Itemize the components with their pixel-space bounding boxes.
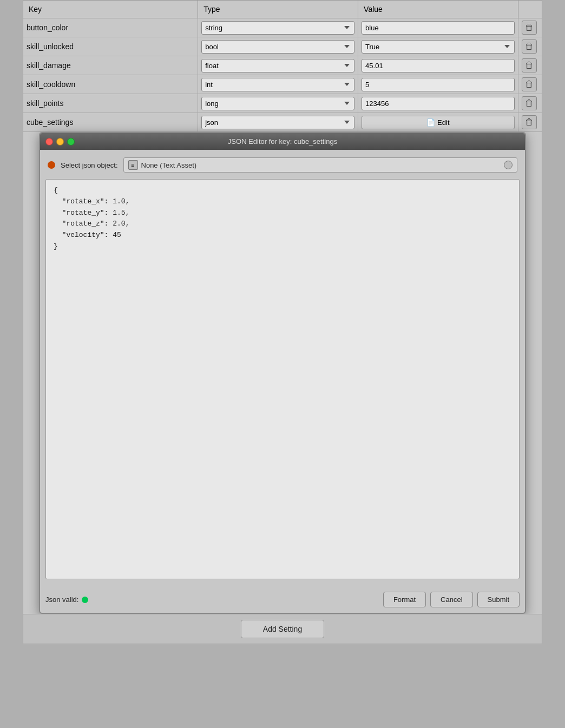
value-cell[interactable] [358, 56, 518, 75]
json-select-label: Select json object: [61, 161, 118, 169]
value-cell[interactable] [358, 18, 518, 37]
minimize-window-button[interactable] [56, 138, 64, 145]
window-controls [45, 138, 75, 145]
add-setting-button[interactable]: Add Setting [241, 620, 324, 638]
delete-cell[interactable]: 🗑 [518, 37, 542, 56]
delete-row-button[interactable]: 🗑 [522, 39, 537, 54]
modal-body: Select json object: ≡ None (Text Asset) [40, 150, 525, 586]
json-valid-label: Json valid: [45, 595, 88, 604]
add-setting-bar: Add Setting [23, 614, 542, 644]
json-edit-button[interactable]: 📄 Edit [362, 116, 515, 129]
modal-titlebar: JSON Editor for key: cube_settings [40, 133, 525, 150]
json-object-selector[interactable]: ≡ None (Text Asset) [123, 157, 517, 173]
key-cell: skill_points [23, 94, 198, 113]
col-header-value: Value [358, 1, 518, 18]
delete-row-button[interactable]: 🗑 [522, 115, 537, 129]
json-content-textarea[interactable] [45, 179, 520, 579]
type-cell[interactable]: stringboolfloatintlongjson [198, 75, 358, 94]
cancel-button[interactable]: Cancel [430, 592, 472, 607]
format-button[interactable]: Format [383, 592, 426, 607]
maximize-window-button[interactable] [67, 138, 75, 145]
type-select[interactable]: stringboolfloatintlongjson [201, 116, 354, 129]
key-cell: button_color [23, 18, 198, 37]
type-cell[interactable]: stringboolfloatintlongjson [198, 18, 358, 37]
type-select[interactable]: stringboolfloatintlongjson [201, 21, 354, 35]
type-cell[interactable]: stringboolfloatintlongjson [198, 113, 358, 132]
orange-dot-icon [48, 161, 55, 169]
value-cell[interactable]: TrueFalse [358, 37, 518, 56]
type-select[interactable]: stringboolfloatintlongjson [201, 59, 354, 72]
submit-button[interactable]: Submit [477, 592, 520, 607]
value-input[interactable] [362, 97, 515, 110]
delete-cell[interactable]: 🗑 [518, 94, 542, 113]
value-input[interactable] [362, 59, 515, 72]
value-input[interactable] [362, 21, 515, 35]
value-cell[interactable]: 📄 Edit [358, 113, 518, 132]
type-cell[interactable]: stringboolfloatintlongjson [198, 94, 358, 113]
table-row: skill_damagestringboolfloatintlongjson🗑 [23, 56, 542, 75]
json-select-row: Select json object: ≡ None (Text Asset) [45, 155, 520, 175]
key-cell: cube_settings [23, 113, 198, 132]
value-input[interactable] [362, 78, 515, 91]
selector-text: None (Text Asset) [141, 161, 501, 169]
key-cell: skill_cooldown [23, 75, 198, 94]
value-cell[interactable] [358, 94, 518, 113]
value-select[interactable]: TrueFalse [362, 40, 515, 54]
close-window-button[interactable] [45, 138, 53, 145]
delete-row-button[interactable]: 🗑 [522, 77, 537, 91]
delete-cell[interactable]: 🗑 [518, 75, 542, 94]
col-header-delete [518, 1, 542, 18]
table-row: cube_settingsstringboolfloatintlongjson📄… [23, 113, 542, 132]
valid-indicator-dot [82, 597, 88, 603]
modal-footer: Json valid: Format Cancel Submit [40, 586, 525, 613]
delete-row-button[interactable]: 🗑 [522, 96, 537, 110]
selector-radio-icon[interactable] [504, 161, 513, 169]
table-row: skill_cooldownstringboolfloatintlongjson… [23, 75, 542, 94]
type-select[interactable]: stringboolfloatintlongjson [201, 97, 354, 110]
modal-title: JSON Editor for key: cube_settings [228, 137, 337, 145]
type-select[interactable]: stringboolfloatintlongjson [201, 78, 354, 91]
delete-cell[interactable]: 🗑 [518, 113, 542, 132]
type-select[interactable]: stringboolfloatintlongjson [201, 40, 354, 54]
delete-row-button[interactable]: 🗑 [522, 21, 537, 35]
delete-cell[interactable]: 🗑 [518, 56, 542, 75]
type-cell[interactable]: stringboolfloatintlongjson [198, 56, 358, 75]
type-cell[interactable]: stringboolfloatintlongjson [198, 37, 358, 56]
col-header-type: Type [198, 1, 358, 18]
table-row: button_colorstringboolfloatintlongjson🗑 [23, 18, 542, 37]
col-header-key: Key [23, 1, 198, 18]
json-editor-modal: JSON Editor for key: cube_settings Selec… [39, 132, 526, 614]
value-cell[interactable] [358, 75, 518, 94]
delete-row-button[interactable]: 🗑 [522, 58, 537, 72]
key-cell: skill_unlocked [23, 37, 198, 56]
delete-cell[interactable]: 🗑 [518, 18, 542, 37]
text-asset-icon: ≡ [128, 160, 138, 170]
table-row: skill_pointsstringboolfloatintlongjson🗑 [23, 94, 542, 113]
table-row: skill_unlockedstringboolfloatintlongjson… [23, 37, 542, 56]
settings-table: Key Type Value button_colorstringboolflo… [23, 1, 542, 132]
key-cell: skill_damage [23, 56, 198, 75]
